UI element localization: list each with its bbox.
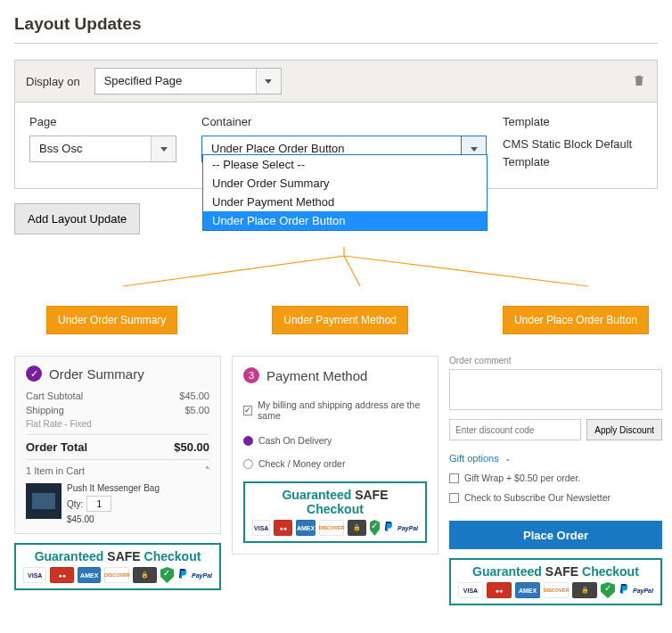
apply-discount-button[interactable]: Apply Discount [586, 419, 662, 440]
container-dropdown[interactable]: -- Please Select -- Under Order Summary … [202, 154, 488, 231]
shield-icon [370, 520, 380, 536]
discount-input[interactable] [449, 419, 581, 440]
display-on-label: Display on [26, 75, 80, 88]
radio-off-icon[interactable] [243, 459, 253, 469]
amex-icon: AMEX [515, 582, 540, 598]
preview-place-order: Order comment Apply Discount Gift option… [449, 356, 662, 605]
safe-post: Checkout [141, 549, 201, 563]
visa-icon: VISA [458, 582, 483, 598]
payment-cod: Cash On Delivery [258, 435, 332, 446]
lock-icon: 🔒 [572, 582, 597, 598]
same-address-label: My billing and shipping address are the … [258, 399, 427, 421]
trash-icon[interactable] [632, 73, 646, 90]
dropdown-option-selected[interactable]: Under Place Order Button [203, 211, 487, 230]
step-number-icon: 3 [243, 367, 259, 383]
place-order-button[interactable]: Place Order [449, 521, 662, 549]
safe-word: SAFE [107, 549, 140, 563]
shield-icon [160, 567, 174, 583]
order-comment-textarea[interactable] [449, 369, 662, 410]
chevron-down-icon [151, 136, 176, 161]
paypal-icon [383, 521, 394, 535]
mastercard-icon: ●● [487, 582, 512, 598]
page-field: Page Bss Osc [29, 115, 185, 162]
panel-header: Display on Specified Page [15, 61, 657, 103]
discover-icon: DISCOVER [104, 567, 129, 583]
safe-pre: Guaranteed [35, 549, 108, 563]
visa-icon: VISA [23, 567, 46, 583]
paypal-icon [619, 583, 629, 597]
page-value: Bss Osc [39, 142, 82, 155]
display-on-select[interactable]: Specified Page [94, 68, 282, 95]
items-in-cart[interactable]: 1 Item in Cart [26, 465, 85, 476]
shipping-method: Flat Rate - Fixed [26, 419, 209, 429]
callout-place-order: Under Place Order Button [503, 306, 649, 334]
amex-icon: AMEX [296, 520, 316, 536]
paypal-text: PayPal [192, 572, 212, 579]
qty-input[interactable] [86, 496, 111, 512]
dropdown-option[interactable]: Under Payment Method [203, 193, 487, 211]
total-label: Order Total [26, 440, 87, 454]
lock-icon: 🔒 [348, 520, 365, 536]
chevron-up-icon[interactable]: ˄ [205, 465, 209, 476]
preview-payment: 3 Payment Method ✓ My billing and shippi… [232, 356, 438, 605]
chevron-down-icon: ⌄ [504, 454, 512, 463]
safe-pre: Guaranteed [472, 564, 545, 579]
order-summary-card: ✓ Order Summary Cart Subtotal$45.00 Ship… [14, 356, 221, 534]
gift-options-label: Gift options [449, 453, 499, 464]
payment-title: Payment Method [266, 368, 367, 383]
chevron-down-icon [256, 69, 281, 94]
step-check-icon: ✓ [26, 366, 42, 382]
shield-icon [601, 582, 615, 598]
dropdown-option[interactable]: -- Please Select -- [203, 155, 487, 174]
total-value: $50.00 [174, 440, 209, 454]
dropdown-option[interactable]: Under Order Summary [203, 174, 487, 193]
add-layout-update-button[interactable]: Add Layout Update [14, 203, 140, 234]
container-value: Under Place Order Button [211, 142, 345, 155]
connector-lines [14, 247, 658, 300]
display-on-value: Specified Page [104, 74, 182, 87]
safe-post: Checkout [578, 564, 639, 579]
payment-card: 3 Payment Method ✓ My billing and shippi… [232, 356, 438, 555]
checkbox-icon[interactable] [449, 473, 459, 483]
cart-item: Push It Messenger Bag Qty: $45.00 [26, 483, 209, 524]
layout-update-panel: Display on Specified Page Page Bss Osc C… [14, 60, 658, 189]
checkbox-icon[interactable] [449, 493, 459, 503]
safe-post: Checkout [307, 502, 364, 516]
page-label: Page [29, 115, 185, 128]
template-label: Template [503, 115, 643, 128]
container-label: Container [201, 115, 487, 128]
template-field: Template CMS Static Block Default Templa… [503, 115, 643, 170]
newsletter-label: Check to Subscribe Our Newsletter [464, 492, 611, 503]
page-select[interactable]: Bss Osc [29, 136, 176, 162]
subtotal-value: $45.00 [179, 390, 209, 401]
safe-checkout-badge: Guaranteed SAFE Checkout VISA ●● AMEX DI… [14, 543, 221, 590]
radio-on-icon[interactable] [243, 436, 253, 446]
lock-icon: 🔒 [133, 567, 156, 583]
amex-icon: AMEX [78, 567, 101, 583]
shipping-label: Shipping [26, 405, 64, 415]
checkbox-icon[interactable]: ✓ [243, 406, 252, 415]
product-thumb [26, 483, 61, 519]
giftwrap-label: Gift Wrap + $0.50 per order. [464, 473, 580, 483]
discover-icon: DISCOVER [544, 582, 569, 598]
item-name: Push It Messenger Bag [67, 483, 160, 493]
safe-pre: Guaranteed [282, 488, 355, 502]
template-value: CMS Static Block Default Template [503, 136, 643, 170]
order-summary-title: Order Summary [49, 366, 144, 382]
item-price: $45.00 [67, 514, 160, 524]
paypal-icon [177, 568, 188, 582]
gift-options-link[interactable]: Gift options ⌄ [449, 453, 662, 464]
qty-label: Qty: [67, 499, 83, 509]
subtotal-label: Cart Subtotal [26, 390, 83, 401]
safe-checkout-badge: Guaranteed SAFE Checkout VISA ●● AMEX DI… [243, 481, 427, 543]
mastercard-icon: ●● [50, 567, 73, 583]
discover-icon: DISCOVER [319, 520, 344, 536]
callout-order-summary: Under Order Summary [46, 306, 177, 334]
payment-check: Check / Money order [258, 458, 345, 469]
visa-icon: VISA [252, 520, 270, 536]
safe-word: SAFE [545, 564, 578, 579]
section-title: Layout Updates [14, 14, 658, 44]
paypal-text: PayPal [397, 525, 418, 531]
preview-order-summary: ✓ Order Summary Cart Subtotal$45.00 Ship… [14, 356, 221, 605]
mastercard-icon: ●● [274, 520, 291, 536]
